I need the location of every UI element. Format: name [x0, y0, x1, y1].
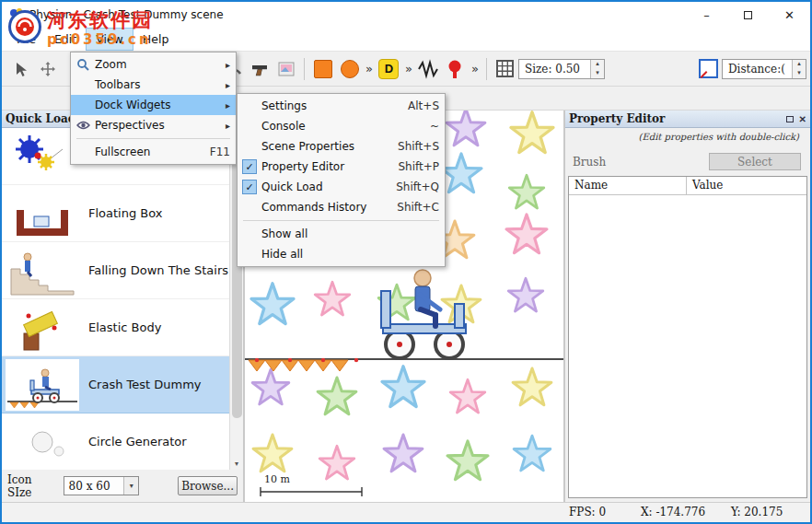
quick-load-item-falling-down-the-stairs[interactable]: Falling Down The Stairs: [2, 242, 243, 299]
scale-bar: [261, 487, 362, 496]
gun-tool-button[interactable]: [247, 56, 272, 81]
circle-tool-button[interactable]: [337, 56, 362, 81]
overflow-chevron-icon[interactable]: »: [405, 62, 412, 76]
toolbar-separator: [304, 58, 305, 80]
scroll-down-icon[interactable]: ▾: [230, 457, 243, 470]
submenu-item-console[interactable]: Console ~: [238, 116, 445, 136]
icon-size-label: Icon SIze: [7, 473, 59, 499]
cursor-y-value: Y: 20.175: [731, 506, 783, 518]
spin-down-icon[interactable]: ▾: [591, 69, 604, 78]
pan-tool-button[interactable]: [35, 56, 60, 81]
spin-up-icon[interactable]: ▴: [591, 60, 604, 69]
joint-icon: [446, 59, 464, 79]
quick-load-item-floating-box[interactable]: Floating Box: [2, 185, 243, 242]
scale-label: 10 m: [264, 473, 290, 485]
app-window: Physion - Crash Test Dummy scene – ✕ Fil…: [0, 0, 812, 524]
select-button[interactable]: Select: [709, 153, 801, 170]
view-menu-item-perspectives[interactable]: Perspectives ▸: [71, 115, 236, 135]
submenu-item-property-editor[interactable]: ✓ Property Editor Shift+P: [238, 157, 445, 177]
boundary-tool-button[interactable]: [696, 56, 721, 81]
spinner-arrows[interactable]: ▴ ▾: [792, 60, 806, 78]
spinner-arrows[interactable]: ▴ ▾: [590, 60, 604, 78]
dummy-tool-button[interactable]: D: [377, 56, 401, 81]
boundary-icon: [699, 59, 718, 78]
quick-load-item-crash-test-dummy[interactable]: Crash Test Dummy: [2, 356, 243, 413]
column-header-value[interactable]: Value: [687, 177, 806, 194]
property-editor-hint: (Edit properties with double-click): [565, 132, 810, 150]
submenu-item-hide-all[interactable]: Hide all: [238, 244, 445, 264]
spring-icon: [418, 59, 438, 79]
brush-label: Brush: [573, 156, 606, 169]
dock-float-icon[interactable]: [786, 116, 794, 122]
menu-view[interactable]: View: [86, 28, 133, 51]
distance-spinbox[interactable]: Distance:( ▴ ▾: [722, 59, 806, 79]
menu-separator: [243, 220, 439, 221]
dummy-icon: D: [378, 59, 399, 79]
app-icon: [9, 7, 24, 22]
submenu-item-scene-properties[interactable]: Scene Properties Shift+S: [238, 136, 445, 157]
submenu-item-show-all[interactable]: Show all: [238, 224, 445, 244]
browse-button[interactable]: Browse...: [178, 476, 238, 495]
cursor-icon: [13, 61, 29, 77]
view-menu-item-fullscreen[interactable]: Fullscreen F11: [71, 142, 236, 162]
distance-value: Distance:(: [723, 63, 789, 76]
snapshot-tool-button[interactable]: [273, 56, 298, 81]
spring-tool-button[interactable]: [416, 56, 441, 81]
view-menu-item-dock-widgets[interactable]: Dock Widgets ▸: [71, 95, 236, 115]
icon-size-value: 80 x 60: [64, 480, 124, 493]
rectangle-icon: [314, 60, 332, 78]
status-bar: FPS: 0 X: -174.776 Y: 20.175: [2, 502, 810, 522]
menu-edit[interactable]: Edit: [45, 28, 86, 51]
property-table: Name Value: [568, 176, 807, 498]
icon-size-row: Icon SIze 80 x 60 ▾ Browse...: [2, 470, 243, 502]
close-button[interactable]: ✕: [769, 2, 810, 28]
submenu-item-settings[interactable]: Settings Alt+S: [238, 96, 445, 116]
circle-icon: [341, 60, 359, 78]
spin-up-icon[interactable]: ▴: [793, 60, 806, 69]
property-editor-dock-titlebar[interactable]: Property Editor ✕: [565, 111, 810, 128]
spin-down-icon[interactable]: ▾: [793, 69, 806, 78]
menu-bar: File Edit View Help: [2, 28, 810, 52]
joint-tool-button[interactable]: [443, 56, 468, 81]
grid-size-value: Size: 0.50: [519, 63, 584, 76]
gun-icon: [250, 60, 269, 78]
cursor-x-value: X: -174.776: [641, 506, 705, 518]
fps-value: FPS: 0: [569, 506, 606, 518]
cursor-tool-button[interactable]: [8, 56, 33, 81]
icon-size-select[interactable]: 80 x 60 ▾: [64, 476, 140, 495]
title-bar: Physion - Crash Test Dummy scene – ✕: [2, 2, 810, 28]
menu-file[interactable]: File: [7, 28, 45, 51]
overflow-chevron-icon[interactable]: »: [365, 62, 373, 76]
overflow-chevron-icon[interactable]: »: [471, 62, 479, 76]
quick-load-item-elastic-body[interactable]: Elastic Body: [2, 299, 243, 356]
submenu-item-commands-history[interactable]: Commands History Shift+C: [238, 197, 445, 217]
dock-title-label: Quick Load: [6, 112, 75, 125]
view-menu-item-zoom[interactable]: Zoom ▸: [71, 54, 236, 75]
photo-icon: [277, 60, 296, 78]
dock-widgets-submenu: Settings Alt+S Console ~ Scene Propertie…: [237, 93, 446, 267]
dropdown-arrow-icon[interactable]: ▾: [123, 477, 138, 495]
column-header-name[interactable]: Name: [569, 177, 687, 194]
submenu-arrow-icon: ▸: [217, 80, 230, 90]
rectangle-tool-button[interactable]: [310, 56, 335, 81]
brush-row: Brush Select: [565, 150, 810, 174]
quick-load-item-circle-generator[interactable]: Circle Generator: [2, 413, 243, 470]
submenu-item-quick-load[interactable]: ✓ Quick Load Shift+Q: [238, 177, 445, 197]
quick-load-list: Gears Floating Box: [2, 128, 243, 470]
menu-separator: [76, 138, 230, 139]
view-menu-item-toolbars[interactable]: Toolbars ▸: [71, 75, 236, 95]
grid-icon: [496, 60, 514, 77]
quick-load-dock: Quick Load ✕ Gears: [2, 111, 243, 502]
dock-close-icon[interactable]: ✕: [799, 114, 806, 124]
dock-title-label: Property Editor: [569, 112, 665, 125]
minimize-icon: –: [703, 8, 710, 22]
maximize-button[interactable]: [727, 2, 769, 28]
minimize-button[interactable]: –: [686, 2, 727, 28]
menu-help[interactable]: Help: [133, 28, 179, 51]
toolbar-separator: [486, 58, 487, 80]
grid-toggle-button[interactable]: [493, 56, 517, 81]
view-menu: Zoom ▸ Toolbars ▸ Dock Widgets ▸ Perspec…: [70, 52, 237, 165]
checked-icon: ✓: [242, 159, 257, 174]
grid-size-spinbox[interactable]: Size: 0.50 ▴ ▾: [518, 59, 605, 79]
thumbnail-floating-box: [6, 188, 79, 239]
